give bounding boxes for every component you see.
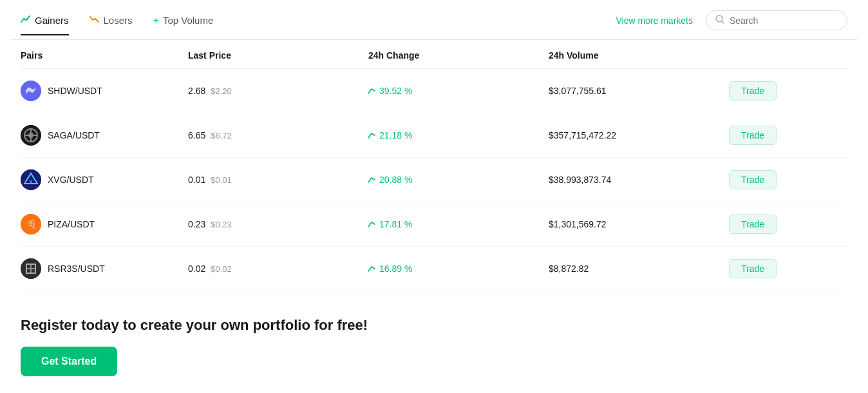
search-box	[706, 10, 847, 30]
volume-cell: $38,993,873.74	[549, 175, 729, 185]
price-secondary: $0.23	[211, 220, 232, 229]
change-value: 17.81 %	[379, 219, 412, 229]
price-main: 2.68	[188, 86, 205, 96]
tabs: Gainers Losers + Top Volume	[21, 15, 213, 35]
table-row: 🍕 PIZA/USDT 0.23 $0.23 17.81 % $1,301,56…	[21, 202, 847, 247]
table-row: V XVG/USDT 0.01 $0.01 20.88 % $38,993,87…	[21, 158, 847, 202]
col-last-price: Last Price	[188, 50, 368, 61]
view-more-markets-link[interactable]: View more markets	[616, 15, 693, 26]
header-right: View more markets	[616, 10, 847, 39]
pair-name: SAGA/USDT	[48, 130, 100, 140]
price-cell: 2.68 $2.20	[188, 86, 368, 96]
pair-cell: V XVG/USDT	[21, 169, 188, 190]
up-arrow-icon	[368, 88, 376, 94]
trade-button[interactable]: Trade	[729, 215, 777, 234]
tab-gainers-label: Gainers	[35, 15, 69, 26]
svg-text:🍕: 🍕	[26, 219, 37, 230]
col-pairs: Pairs	[21, 50, 188, 61]
pair-name: RSR3S/USDT	[48, 264, 105, 274]
pair-name: PIZA/USDT	[48, 219, 95, 229]
get-started-button[interactable]: Get Started	[21, 347, 117, 376]
trade-cell: Trade	[729, 170, 847, 189]
trade-button[interactable]: Trade	[729, 259, 777, 278]
table-row: SAGA/USDT 6.65 $6.72 21.18 % $357,715,47…	[21, 113, 847, 158]
price-secondary: $0.02	[211, 264, 232, 274]
volume-cell: $1,301,569.72	[549, 219, 729, 229]
volume-cell: $3,077,755.61	[549, 86, 729, 96]
coin-icon-saga	[21, 125, 41, 146]
trade-cell: Trade	[729, 126, 847, 145]
price-main: 6.65	[188, 130, 205, 140]
table-header: Pairs Last Price 24h Change 24h Volume	[21, 40, 847, 69]
pair-cell: 🍕 PIZA/USDT	[21, 214, 188, 235]
search-icon	[715, 15, 724, 26]
cta-title: Register today to create your own portfo…	[21, 317, 847, 334]
change-cell: 21.18 %	[368, 130, 549, 140]
volume-cell: $357,715,472.22	[549, 130, 729, 140]
change-cell: 16.89 %	[368, 264, 549, 274]
change-cell: 39.52 %	[368, 86, 549, 96]
trade-button[interactable]: Trade	[729, 81, 777, 101]
price-main: 0.02	[188, 264, 205, 274]
up-arrow-icon	[368, 221, 376, 227]
up-arrow-icon	[368, 132, 376, 139]
change-value: 20.88 %	[379, 175, 412, 185]
price-main: 0.23	[188, 219, 205, 229]
price-cell: 0.23 $0.23	[188, 219, 368, 229]
col-24h-volume: 24h Volume	[549, 50, 729, 61]
coin-icon-piza: 🍕	[21, 214, 41, 235]
pair-cell: SHDW/USDT	[21, 81, 188, 101]
table-row: RSR3S/USDT 0.02 $0.02 16.89 % $8,872.82 …	[21, 247, 847, 291]
price-secondary: $2.20	[211, 86, 232, 96]
price-main: 0.01	[188, 175, 205, 185]
change-value: 16.89 %	[379, 264, 412, 274]
col-action	[729, 50, 847, 61]
pair-name: XVG/USDT	[48, 175, 94, 185]
table-row: SHDW/USDT 2.68 $2.20 39.52 % $3,077,755.…	[21, 69, 847, 113]
col-24h-change: 24h Change	[368, 50, 549, 61]
pair-cell: RSR3S/USDT	[21, 258, 188, 279]
losers-icon	[90, 15, 100, 26]
change-cell: 17.81 %	[368, 219, 549, 229]
trade-cell: Trade	[729, 215, 847, 234]
coin-icon-rsr3s	[21, 258, 41, 279]
search-input[interactable]	[730, 15, 838, 26]
change-cell: 20.88 %	[368, 175, 549, 185]
up-arrow-icon	[368, 177, 376, 183]
cta-section: Register today to create your own portfo…	[10, 291, 858, 393]
price-cell: 0.01 $0.01	[188, 175, 368, 185]
svg-line-1	[722, 21, 724, 23]
tab-bar: Gainers Losers + Top Volume View more ma…	[10, 0, 858, 40]
trade-button[interactable]: Trade	[729, 126, 777, 145]
trade-cell: Trade	[729, 259, 847, 278]
volume-icon: +	[153, 15, 159, 26]
gainers-icon	[21, 15, 31, 26]
coin-icon-xvg: V	[21, 169, 41, 190]
tab-losers[interactable]: Losers	[90, 15, 133, 35]
pair-cell: SAGA/USDT	[21, 125, 188, 146]
trade-cell: Trade	[729, 81, 847, 101]
price-cell: 0.02 $0.02	[188, 264, 368, 274]
price-secondary: $0.01	[211, 175, 232, 185]
svg-text:V: V	[29, 178, 33, 184]
coin-icon-shdw	[21, 81, 41, 101]
tab-gainers[interactable]: Gainers	[21, 15, 69, 35]
tab-top-volume[interactable]: + Top Volume	[153, 15, 214, 35]
price-secondary: $6.72	[211, 131, 232, 140]
market-table: Pairs Last Price 24h Change 24h Volume S…	[10, 40, 858, 291]
table-body: SHDW/USDT 2.68 $2.20 39.52 % $3,077,755.…	[21, 69, 847, 291]
price-cell: 6.65 $6.72	[188, 130, 368, 140]
tab-losers-label: Losers	[104, 15, 133, 26]
volume-cell: $8,872.82	[549, 264, 729, 274]
tab-top-volume-label: Top Volume	[163, 15, 213, 26]
change-value: 21.18 %	[379, 130, 412, 140]
trade-button[interactable]: Trade	[729, 170, 777, 189]
up-arrow-icon	[368, 265, 376, 272]
change-value: 39.52 %	[379, 86, 412, 96]
pair-name: SHDW/USDT	[48, 86, 102, 96]
